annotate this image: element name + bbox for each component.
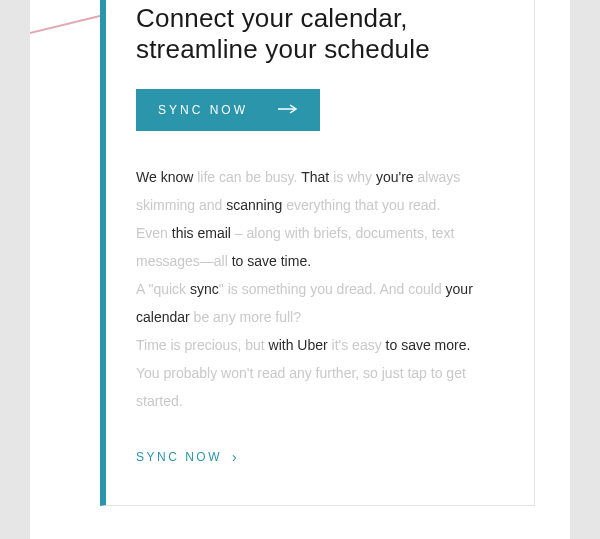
heading-line-2: streamline your schedule	[136, 34, 430, 64]
content-card: Connect your calendar, streamline your s…	[100, 0, 535, 506]
body-copy: We know life can be busy. That is why yo…	[136, 163, 504, 415]
heading-line-1: Connect your calendar,	[136, 3, 408, 33]
page-title: Connect your calendar, streamline your s…	[136, 3, 504, 65]
arrow-right-icon	[278, 103, 298, 117]
sync-now-link[interactable]: SYNC NOW ›	[136, 449, 239, 465]
cta-secondary-label: SYNC NOW	[136, 450, 222, 464]
email-page: Connect your calendar, streamline your s…	[30, 0, 570, 539]
sync-now-button[interactable]: SYNC NOW	[136, 89, 320, 131]
cta-primary-label: SYNC NOW	[158, 103, 248, 117]
chevron-right-icon: ›	[232, 449, 239, 465]
